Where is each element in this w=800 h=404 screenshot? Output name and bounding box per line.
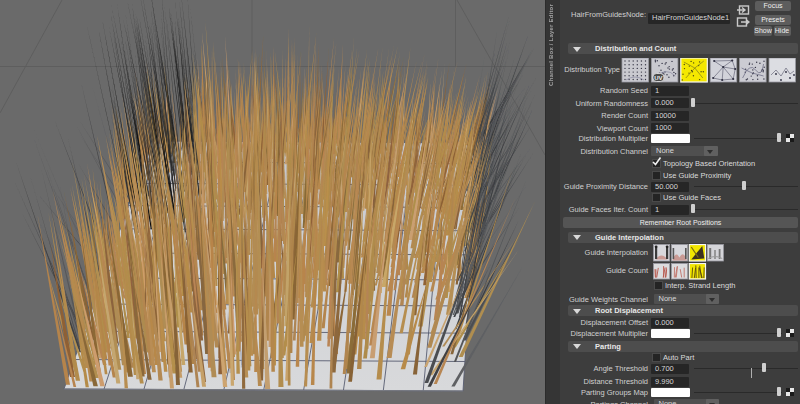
- svg-text:UV: UV: [654, 74, 662, 80]
